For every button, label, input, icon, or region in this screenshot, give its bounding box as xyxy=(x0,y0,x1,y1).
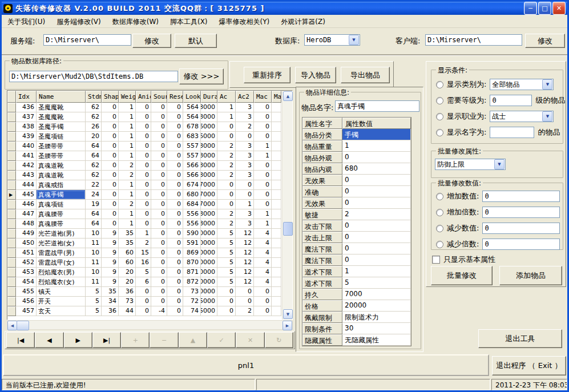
column-header-ac2[interactable]: Ac2 xyxy=(236,91,254,103)
table-cell[interactable]: 4 xyxy=(254,239,272,248)
table-cell[interactable]: 73 xyxy=(119,297,136,306)
hscroll-thumb[interactable] xyxy=(17,321,29,330)
row-indicator[interactable] xyxy=(7,103,16,112)
table-cell[interactable]: 590 xyxy=(183,229,201,239)
table-cell[interactable]: 1 xyxy=(119,103,136,112)
column-header-sourc[interactable]: Sourc xyxy=(151,91,167,103)
table-cell[interactable]: 36 xyxy=(119,287,136,297)
table-cell[interactable]: 1 xyxy=(119,112,136,122)
filter-input-4[interactable] xyxy=(490,127,534,138)
filter-select-1[interactable]: 全部物品▼ xyxy=(490,79,554,90)
table-cell[interactable]: 437 xyxy=(16,112,37,122)
table-cell[interactable]: 0 xyxy=(151,287,167,297)
table-cell[interactable] xyxy=(272,239,281,248)
table-cell[interactable]: 20 xyxy=(119,268,136,277)
table-cell[interactable]: 8000 xyxy=(201,161,217,171)
prop-value-cell[interactable]: 无隐藏属性 xyxy=(342,334,411,346)
table-row[interactable]: 441圣腰带带64010005578000231 xyxy=(7,151,282,161)
table-cell[interactable] xyxy=(272,229,281,239)
table-cell[interactable]: 2 xyxy=(217,219,236,229)
table-cell[interactable]: 60000 xyxy=(201,258,217,268)
table-cell[interactable]: 3 xyxy=(236,219,254,229)
table-cell[interactable]: 1 xyxy=(119,151,136,161)
database-select[interactable]: HeroDB ▼ xyxy=(304,34,360,46)
table-cell[interactable]: 20000 xyxy=(201,287,217,297)
table-cell[interactable]: 0 xyxy=(236,297,254,306)
row-indicator[interactable] xyxy=(7,171,16,180)
table-cell[interactable]: 1 xyxy=(119,180,136,190)
table-cell[interactable]: 0 xyxy=(167,248,183,258)
basic-only-checkbox[interactable] xyxy=(432,256,440,264)
table-cell[interactable]: 10 xyxy=(86,229,102,239)
table-cell[interactable]: 0 xyxy=(136,209,151,219)
table-cell[interactable]: 0 xyxy=(151,142,167,151)
table-cell[interactable]: 0 xyxy=(167,151,183,161)
table-cell[interactable]: 871 xyxy=(183,268,201,277)
table-cell[interactable]: 0 xyxy=(236,132,254,142)
table-cell[interactable]: 36 xyxy=(102,306,119,316)
table-cell[interactable]: 5 xyxy=(217,239,236,248)
prop-row[interactable]: 无效果0 xyxy=(302,197,411,209)
table-cell[interactable]: 6 xyxy=(136,277,151,287)
table-cell[interactable]: 8000 xyxy=(201,209,217,219)
table-cell[interactable]: 2 xyxy=(217,142,236,151)
table-cell[interactable]: 0 xyxy=(151,122,167,132)
column-header-name[interactable]: Name xyxy=(37,91,86,103)
table-cell[interactable]: 0 xyxy=(102,122,119,132)
table-cell[interactable]: 真魂腰带 xyxy=(37,219,86,229)
table-row[interactable]: 453烈焰魔衣(男)10920500871400005124 xyxy=(7,268,282,277)
table-row[interactable]: 451雷霆战甲(男)109601500869600005124 xyxy=(7,248,282,258)
table-cell[interactable]: 1 xyxy=(136,229,151,239)
table-row[interactable]: 457玄天536440-407425000020 xyxy=(7,306,282,316)
table-cell[interactable]: 5 xyxy=(86,287,102,297)
client-path-input[interactable] xyxy=(425,34,522,46)
row-indicator[interactable] xyxy=(7,209,16,219)
prop-row[interactable]: 物品重量1 xyxy=(302,140,411,152)
table-cell[interactable]: 2 xyxy=(119,200,136,209)
table-cell[interactable]: 0 xyxy=(254,122,272,132)
row-indicator[interactable] xyxy=(7,248,16,258)
table-cell[interactable]: 4 xyxy=(254,248,272,258)
table-cell[interactable]: 5 xyxy=(217,229,236,239)
table-row[interactable]: 439圣魔项链20010006836000000 xyxy=(7,132,282,142)
prop-row[interactable]: 限制条件30 xyxy=(302,323,411,334)
row-indicator[interactable] xyxy=(7,229,16,239)
table-cell[interactable]: 50000 xyxy=(201,229,217,239)
prop-value-cell[interactable]: 0 xyxy=(342,152,411,163)
table-cell[interactable]: 0 xyxy=(102,132,119,142)
table-cell[interactable]: 0 xyxy=(254,180,272,190)
table-cell[interactable]: 0 xyxy=(136,306,151,316)
table-cell[interactable]: 64 xyxy=(86,142,102,151)
prop-value-cell[interactable]: 手镯 xyxy=(342,129,411,140)
table-cell[interactable]: 20 xyxy=(119,277,136,287)
table-cell[interactable]: 455 xyxy=(16,287,37,297)
prop-row[interactable]: 佩戴限制限制道术力 xyxy=(302,312,411,323)
table-cell[interactable]: 0 xyxy=(151,258,167,268)
table-cell[interactable]: 0 xyxy=(136,103,151,112)
table-cell[interactable]: 圣腰带带 xyxy=(37,151,86,161)
table-cell[interactable]: 2 xyxy=(136,239,151,248)
table-cell[interactable]: 0 xyxy=(151,151,167,161)
table-cell[interactable]: 0 xyxy=(254,297,272,306)
table-cell[interactable]: 0 xyxy=(136,122,151,132)
menu-item-3[interactable]: 数据库修改(W) xyxy=(107,15,164,29)
table-row[interactable]: ▶445真魂手镯24010006807000000 xyxy=(7,190,282,200)
table-cell[interactable] xyxy=(272,268,281,277)
table-cell[interactable]: 438 xyxy=(16,122,37,132)
batch-attr-select[interactable]: 防御上限 ▼ xyxy=(435,159,506,170)
nav-next-button[interactable]: ▶ xyxy=(64,332,92,348)
grid-horizontal-scrollbar[interactable]: ◀ ▶ xyxy=(7,320,293,330)
table-cell[interactable]: 62 xyxy=(86,171,102,180)
scroll-down-icon[interactable]: ▼ xyxy=(283,309,293,319)
scroll-left-icon[interactable]: ◀ xyxy=(7,321,17,330)
table-cell[interactable]: 35 xyxy=(119,239,136,248)
column-header-anico[interactable]: Anico xyxy=(136,91,151,103)
row-indicator[interactable] xyxy=(7,180,16,190)
table-cell[interactable]: 1 xyxy=(236,200,254,209)
table-cell[interactable]: 12 xyxy=(236,277,254,287)
table-cell[interactable]: 6000 xyxy=(201,122,217,132)
table-cell[interactable]: 73 xyxy=(183,287,201,297)
table-cell[interactable]: 0 xyxy=(151,268,167,277)
table-cell[interactable]: 0 xyxy=(167,268,183,277)
table-row[interactable]: 438圣魔手镯26010006786000020 xyxy=(7,122,282,132)
